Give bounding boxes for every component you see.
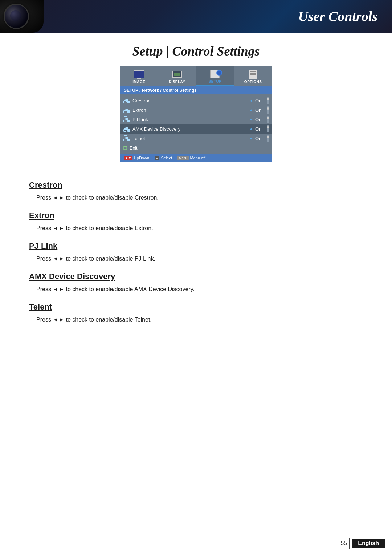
menu-item-crestron[interactable]: Crestron ◄ On	[120, 96, 272, 105]
amx-value: On	[255, 126, 265, 132]
menu-item-pjlink[interactable]: PJ Link ◄ On	[120, 115, 272, 124]
pjlink-icon	[123, 116, 130, 123]
text-telent: Press ◄► to check to enable/disable Teln…	[36, 315, 363, 324]
osd-menu: IMAGE DISPLAY SETUP OPTIONS	[120, 66, 272, 162]
nav-menuoff: Menu Menu off	[177, 156, 205, 160]
tab-options[interactable]: OPTIONS	[234, 66, 272, 86]
footer: 55 English	[340, 538, 385, 549]
tab-setup-label: SETUP	[208, 79, 221, 83]
amx-label: AMX Device Discovery	[132, 126, 247, 132]
exit-icon: ⊡	[123, 145, 127, 151]
header-title: User Controls	[298, 8, 377, 24]
section-pjlink: PJ Link Press ◄► to check to enable/disa…	[29, 241, 363, 263]
heading-crestron: Crestron	[29, 180, 363, 190]
text-crestron: Press ◄► to check to enable/disable Cres…	[36, 193, 363, 202]
extron-scrollbar	[267, 106, 269, 114]
header-background: User Controls	[0, 0, 392, 33]
tab-display[interactable]: DISPLAY	[158, 66, 196, 86]
nav-select-label: Select	[161, 156, 172, 160]
updown-arrow-icon: ▲▼	[124, 156, 132, 160]
extron-arrow: ◄	[249, 108, 253, 112]
heading-extron: Extron	[29, 211, 363, 220]
crestron-label: Crestron	[132, 98, 247, 103]
text-pjlink: Press ◄► to check to enable/disable PJ L…	[36, 254, 363, 263]
menu-item-telnet[interactable]: Telnet ◄ On	[120, 134, 272, 143]
crestron-scrollbar	[267, 97, 269, 104]
telnet-label: Telnet	[132, 136, 247, 141]
section-extron: Extron Press ◄► to check to enable/disab…	[29, 211, 363, 233]
heading-amx: AMX Device Discovery	[29, 272, 363, 281]
content-area: Crestron Press ◄► to check to enable/dis…	[0, 173, 392, 347]
extron-icon	[123, 107, 130, 113]
menu-item-amx[interactable]: AMX Device Discovery ◄ On	[120, 124, 272, 134]
section-crestron: Crestron Press ◄► to check to enable/dis…	[29, 180, 363, 202]
osd-bottom-nav: ▲▼ UpDown ↵ Select Menu Menu off	[120, 154, 272, 162]
setup-tab-icon	[209, 69, 221, 79]
nav-menuoff-label: Menu off	[190, 156, 206, 160]
pjlink-value: On	[255, 117, 265, 122]
tab-setup[interactable]: SETUP	[196, 66, 234, 86]
extron-value: On	[255, 107, 265, 113]
text-extron: Press ◄► to check to enable/disable Extr…	[36, 224, 363, 233]
amx-icon	[123, 126, 130, 132]
tab-image-label: IMAGE	[132, 80, 145, 84]
section-amx: AMX Device Discovery Press ◄► to check t…	[29, 272, 363, 294]
pjlink-label: PJ Link	[132, 117, 247, 122]
menu-item-exit[interactable]: ⊡ Exit	[120, 143, 272, 152]
pjlink-scrollbar	[267, 116, 269, 123]
crestron-value: On	[255, 98, 265, 103]
telnet-icon	[123, 135, 130, 142]
select-key-icon: ↵	[155, 156, 159, 160]
exit-label: Exit	[130, 145, 269, 151]
menu-item-extron[interactable]: Extron ◄ On	[120, 105, 272, 115]
telnet-arrow: ◄	[249, 136, 253, 140]
osd-container: IMAGE DISPLAY SETUP OPTIONS	[0, 66, 392, 162]
footer-divider	[349, 538, 350, 549]
extron-label: Extron	[132, 107, 247, 113]
nav-updown-label: UpDown	[134, 156, 149, 160]
crestron-arrow: ◄	[249, 98, 253, 103]
page-title: Setup | Control Settings	[0, 44, 392, 59]
osd-breadcrumb: SETUP / Network / Control Settings	[120, 86, 272, 94]
menu-key-icon: Menu	[177, 156, 189, 160]
heading-telent: Telent	[29, 302, 363, 312]
telnet-scrollbar	[267, 135, 269, 142]
section-telent: Telent Press ◄► to check to enable/disab…	[29, 302, 363, 324]
telnet-value: On	[255, 136, 265, 141]
tab-options-label: OPTIONS	[244, 80, 262, 84]
amx-arrow: ◄	[249, 127, 253, 131]
camera-image	[0, 0, 44, 33]
display-tab-icon	[171, 70, 183, 79]
options-tab-icon	[247, 70, 259, 79]
osd-items: Crestron ◄ On Extron ◄ On PJ Link ◄	[120, 94, 272, 154]
text-amx: Press ◄► to check to enable/disable AMX …	[36, 285, 363, 294]
pjlink-arrow: ◄	[249, 117, 253, 122]
page-number: 55	[340, 540, 347, 547]
footer-language: English	[352, 539, 385, 548]
tab-display-label: DISPLAY	[169, 80, 185, 84]
heading-pjlink: PJ Link	[29, 241, 363, 251]
camera-lens	[4, 4, 29, 29]
crestron-icon	[123, 97, 130, 104]
osd-tabs: IMAGE DISPLAY SETUP OPTIONS	[120, 66, 272, 86]
image-tab-icon	[133, 70, 145, 79]
nav-updown: ▲▼ UpDown	[124, 156, 149, 160]
tab-image[interactable]: IMAGE	[120, 66, 158, 86]
nav-select: ↵ Select	[155, 156, 172, 160]
amx-scrollbar	[267, 125, 269, 132]
